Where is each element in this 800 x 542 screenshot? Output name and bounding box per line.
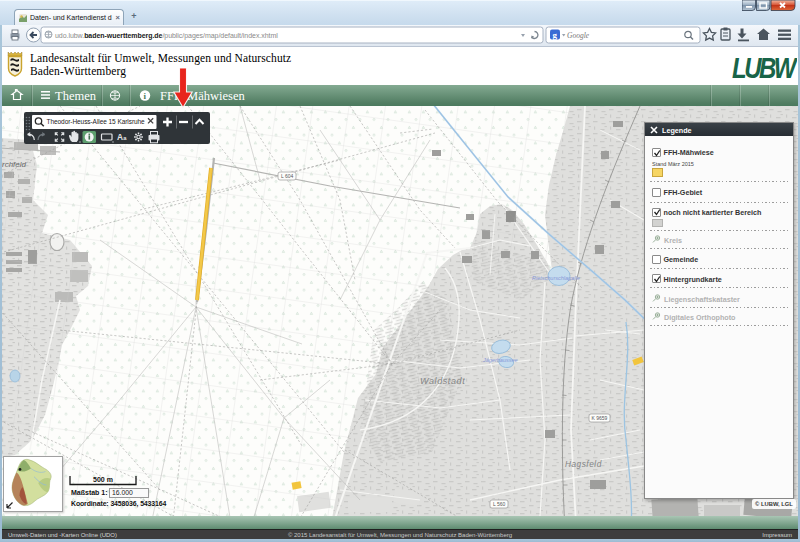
svg-text:Waldstadt: Waldstadt xyxy=(420,376,465,386)
svg-text:K 9659: K 9659 xyxy=(592,415,608,421)
svg-text:g: g xyxy=(553,30,558,40)
svg-text:Theodor-Heuss-Allee 15 Karlsru: Theodor-Heuss-Allee 15 Karlsruhe xyxy=(47,118,146,125)
svg-text:L 560: L 560 xyxy=(493,501,506,507)
svg-text:500 m: 500 m xyxy=(93,476,113,483)
svg-text:Rietschurschlagalle: Rietschurschlagalle xyxy=(532,275,580,281)
svg-text:Jägerhaussee: Jägerhaussee xyxy=(482,357,518,363)
svg-text:L 604: L 604 xyxy=(281,173,294,179)
svg-text:LUBW: LUBW xyxy=(732,53,797,81)
svg-text:rchfeld: rchfeld xyxy=(2,160,27,169)
svg-text:Hagsfeld: Hagsfeld xyxy=(565,459,602,469)
svg-text:A: A xyxy=(117,132,123,142)
